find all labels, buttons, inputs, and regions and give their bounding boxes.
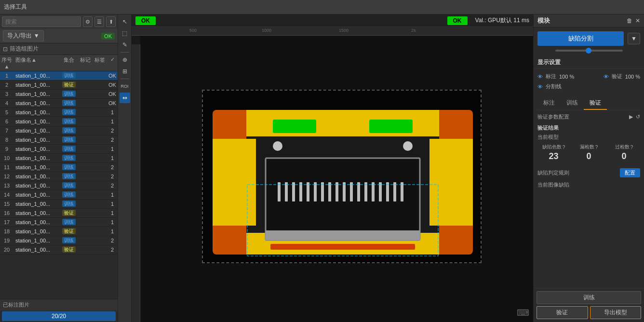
segment-button[interactable]: 缺陷分割 [537,31,624,46]
current-defect-label: 当前图像缺陷 [534,179,644,190]
svg-rect-8 [273,120,316,133]
crosshair-tool-btn[interactable]: ⊕ [120,54,130,65]
svg-rect-26 [364,182,367,201]
right-panel-title: 模块 [537,16,550,25]
filter-label-row[interactable]: ⊡ 筛选组图片 [0,43,118,55]
row-name: station_1_00... [13,219,60,225]
train-label-badge: 训练 [537,291,641,304]
canvas-status-bar: OK OK Val.: GPU默认 11 ms [132,14,533,27]
table-row[interactable]: 3 station_1_00... 训练 OK [0,90,118,99]
svg-rect-3 [213,139,256,226]
table-row[interactable]: 6 station_1_00... 训练 1 [0,117,118,126]
row-set: 验证 [60,228,78,235]
table-row[interactable]: 15 station_1_00... 训练 1 [0,200,118,209]
table-row[interactable]: 7 station_1_00... 训练 2 [0,126,118,135]
table-row[interactable]: 10 station_1_00... 训练 1 [0,154,118,163]
tab-train[interactable]: 训练 [561,97,584,110]
header-num[interactable]: 序号▲ [0,56,13,69]
over-count-val: 0 [608,151,640,161]
svg-rect-25 [357,182,360,201]
row-set: 验证 [60,246,78,253]
mark-pct: 100 % [559,74,574,80]
svg-rect-22 [335,182,338,201]
display-row-mark: 👁 标注 100 % 👁 验证 100 % [537,73,640,80]
refresh-icon[interactable]: ↺ [636,114,640,120]
table-row[interactable]: 4 station_1_00... 训练 OK [0,99,118,108]
row-name: station_1_00... [13,91,60,97]
row-set: 验证 [60,81,78,88]
table-row[interactable]: 9 station_1_00... 训练 1 [0,145,118,154]
row-num: 4 [0,100,13,106]
table-row[interactable]: 13 station_1_00... 训练 2 [0,181,118,190]
row-name: station_1_00... [13,146,60,152]
left-panel: ⚙ ☰ ⬆ 导入/导出 ▼ OK ⊡ 筛选组图片 序号▲ 图像名▲ 集合 标记 … [0,14,118,322]
canvas-main[interactable]: ⌨ [140,36,533,322]
table-row[interactable]: 20 station_1_00... 验证 2 [0,245,118,255]
verify-bottom-button[interactable]: 验证 [537,306,588,319]
paint-tool-btn[interactable]: ✎ [120,40,130,50]
search-row: ⚙ ☰ ⬆ [0,14,118,29]
tab-verify[interactable]: 验证 [584,97,607,110]
eye-verify-icon[interactable]: 👁 [604,74,609,80]
svg-point-10 [273,141,282,151]
toolbar-divider-1 [121,52,129,53]
row-name: station_1_00... [13,183,60,188]
status-ok-2: OK [447,16,468,25]
ok-badge: OK [101,33,115,40]
close-icon[interactable]: ✕ [635,17,640,24]
table-row[interactable]: 14 station_1_00... 训练 1 [0,190,118,200]
table-row[interactable]: 18 station_1_00... 验证 1 [0,227,118,236]
mark-label: 标注 [546,73,556,80]
row-check: 1 [107,146,118,152]
bottom-row-train: 训练 [537,291,641,304]
row-set: 训练 [60,173,78,180]
list-icon[interactable]: ☰ [94,16,104,27]
table-row[interactable]: 17 station_1_00... 训练 1 [0,218,118,227]
search-input[interactable] [2,16,81,27]
defect-rule-row: 缺陷判定规则 配置 [534,166,644,179]
svg-rect-19 [314,182,317,201]
table-row[interactable]: 1 station_1_00... 训练 OK [0,71,118,80]
header-check: ✓ [107,56,118,69]
seg-chevron-btn[interactable]: ▼ [628,33,640,44]
keyboard-icon[interactable]: ⌨ [517,308,529,318]
table-row[interactable]: 5 station_1_00... 训练 1 [0,108,118,117]
table-row[interactable]: 8 station_1_00... 训练 2 [0,135,118,145]
eye-mark-icon[interactable]: 👁 [537,74,543,80]
result-col-defect: 缺陷色数 ? 23 [537,144,570,161]
import-icon[interactable]: ⬆ [106,16,116,27]
tab-label[interactable]: 标注 [537,97,561,110]
cursor-tool-btn[interactable]: ↖ [120,16,130,27]
pan-tool-btn[interactable]: ⇔ [120,93,130,103]
config-button[interactable]: 配置 [620,168,640,177]
trash-icon[interactable]: 🗑 [627,17,632,24]
display-row-seg: 👁 分割线 [537,83,640,90]
arrow-right-icon[interactable]: ▶ [629,114,633,120]
table-row[interactable]: 2 station_1_00... 验证 OK [0,80,118,90]
table-header: 序号▲ 图像名▲ 集合 标记 标签 ✓ [0,55,118,71]
table-row[interactable]: 12 station_1_00... 训练 2 [0,172,118,181]
table-row[interactable]: 19 station_1_00... 训练 2 [0,236,118,245]
svg-rect-28 [379,182,382,201]
row-set: 训练 [60,155,78,161]
select-tool-btn[interactable]: ⬚ [120,28,130,39]
filter-icon[interactable]: ⚙ [83,16,93,27]
table-row[interactable]: 16 station_1_00... 验证 1 [0,209,118,218]
svg-rect-23 [343,182,346,201]
roi-tool-btn[interactable]: ROI [120,81,130,92]
guide-model-button[interactable]: 导出模型 [590,306,642,319]
header-name[interactable]: 图像名▲ [13,56,60,69]
slider-thumb[interactable] [586,48,591,54]
import-export-button[interactable]: 导入/导出 ▼ [3,30,44,41]
header-set: 集合 [60,56,78,69]
row-num: 2 [0,82,13,88]
seg-btn-row: 缺陷分割 ▼ [534,27,644,50]
grid-tool-btn[interactable]: ⊞ [120,66,130,77]
row-num: 7 [0,128,13,134]
canvas-area: OK OK Val.: GPU默认 11 ms 500 1000 1500 2s [132,14,533,322]
svg-rect-27 [372,182,375,201]
eye-seg-icon[interactable]: 👁 [537,84,543,90]
row-num: 20 [0,247,13,253]
table-row[interactable]: 11 station_1_00... 训练 2 [0,163,118,172]
row-num: 18 [0,228,13,234]
